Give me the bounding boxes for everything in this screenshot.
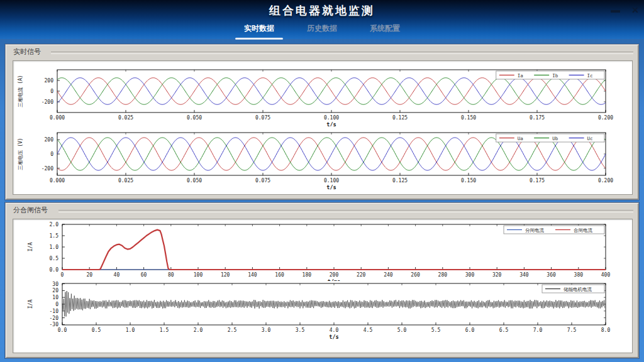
x-tick-label: 3.5	[296, 327, 305, 333]
x-tick-label: 4.0	[330, 327, 339, 333]
x-axis-label: t/s	[329, 334, 338, 340]
tab-label: 系统配置	[370, 24, 400, 33]
x-tick-label: 0.075	[255, 178, 270, 184]
tab-label: 实时数据	[244, 24, 274, 33]
series-合闸电流	[62, 230, 606, 270]
x-axis-label: t/s	[326, 184, 336, 190]
legend-label: Ib	[552, 73, 558, 79]
series-储能电机电流	[62, 291, 605, 317]
panel-switching-signal: 分合闸信号 0204060801001201401601802002202402…	[5, 202, 639, 358]
x-tick-label: 60	[141, 272, 147, 278]
close-icon[interactable]: ✕	[631, 6, 639, 14]
legend-label: Ia	[518, 73, 523, 79]
x-tick-label: 240	[384, 272, 393, 278]
panel-title-rule	[51, 52, 633, 54]
title-bar: 组合电器就地监测 ✕ 实时数据 历史数据 系统配置	[0, 0, 644, 39]
x-tick-label: 0.000	[50, 178, 65, 184]
y-tick-label: 2.0	[50, 222, 59, 228]
y-tick-label: 200	[45, 78, 54, 84]
app-window: 组合电器就地监测 ✕ 实时数据 历史数据 系统配置 实时信号 0.0000.02…	[0, 0, 644, 362]
switch-coil-current-svg: 0204060801001201401601802002202402602803…	[13, 219, 632, 281]
x-tick-label: 0.0	[58, 327, 67, 333]
y-tick-label: 0	[50, 151, 53, 157]
x-tick-label: 80	[168, 272, 174, 278]
y-tick-label: -30	[50, 322, 59, 327]
y-axis-label: I/A	[28, 300, 33, 309]
x-tick-label: 7.5	[567, 327, 577, 333]
page-title: 组合电器就地监测	[0, 3, 644, 18]
x-tick-label: 2.0	[194, 327, 203, 333]
x-tick-label: 0.200	[598, 115, 613, 121]
x-tick-label: 0.150	[461, 115, 476, 121]
x-tick-label: 260	[411, 272, 420, 278]
x-tick-label: 0.100	[324, 178, 339, 184]
chart-three-phase-voltage: 0.0000.0250.0500.0750.1000.1250.1500.175…	[13, 126, 632, 194]
x-tick-label: 280	[438, 272, 448, 278]
realtime-signal-plot-area: 0.0000.0250.0500.0750.1000.1250.1500.175…	[13, 60, 633, 195]
y-tick-label: -20	[50, 315, 59, 321]
x-tick-label: 400	[601, 272, 611, 278]
x-tick-label: 3.0	[262, 327, 271, 333]
x-tick-label: 1.5	[160, 327, 169, 333]
legend-label: 合闸电流	[574, 228, 593, 233]
x-tick-label: 0.125	[392, 115, 408, 121]
switching-signal-plot-area: 0204060801001201401601802002202402602803…	[13, 219, 633, 353]
x-tick-label: 5.0	[397, 327, 407, 333]
tab-system-config[interactable]: 系统配置	[365, 21, 405, 38]
x-tick-label: 0	[61, 272, 64, 278]
three-phase-voltage-svg: 0.0000.0250.0500.0750.1000.1250.1500.175…	[13, 126, 632, 194]
x-tick-label: 4.5	[364, 327, 373, 333]
y-tick-label: 0	[55, 302, 58, 307]
y-tick-label: 30	[52, 282, 58, 287]
y-axis-label: I/A	[28, 243, 33, 252]
tab-history-data[interactable]: 历史数据	[302, 21, 342, 38]
x-tick-label: 140	[248, 272, 257, 278]
y-tick-label: -10	[50, 309, 59, 314]
minimize-icon[interactable]	[611, 10, 620, 13]
legend-label: Uc	[587, 136, 593, 141]
y-tick-label: 10	[52, 295, 58, 300]
legend-label: Ua	[518, 136, 523, 141]
x-tick-label: 0.075	[255, 115, 270, 121]
x-tick-label: 380	[574, 272, 584, 278]
x-tick-label: 0.175	[530, 115, 545, 121]
motor-current-svg: 0.00.51.01.52.02.53.03.54.04.55.05.56.06…	[13, 281, 632, 353]
x-tick-label: 6.5	[499, 327, 509, 333]
y-tick-label: 200	[45, 137, 54, 143]
y-tick-label: 1.0	[50, 244, 59, 250]
x-tick-label: 200	[330, 272, 339, 278]
x-tick-label: 6.0	[465, 327, 475, 333]
y-tick-label: 1.5	[50, 233, 59, 239]
x-tick-label: 0.125	[392, 178, 408, 184]
axes-box	[62, 283, 606, 325]
x-tick-label: 220	[357, 272, 366, 278]
tab-realtime-data[interactable]: 实时数据	[239, 21, 279, 38]
active-tab-underline	[235, 38, 283, 40]
y-tick-label: 0.0	[50, 267, 59, 273]
y-tick-label: 0	[50, 89, 53, 94]
y-tick-label: -200	[42, 99, 53, 105]
legend-label: 储能电机电流	[564, 287, 592, 292]
series-Ia	[57, 78, 606, 105]
x-tick-label: 100	[194, 272, 203, 278]
x-tick-label: 0.150	[461, 178, 476, 184]
x-tick-label: 320	[492, 272, 502, 278]
legend-label: Ub	[552, 136, 558, 141]
x-tick-label: 0.175	[530, 178, 545, 184]
x-tick-label: 2.5	[228, 327, 237, 333]
x-tick-label: 340	[519, 272, 529, 278]
x-tick-label: 300	[465, 272, 475, 278]
panel-title-rule	[58, 210, 633, 212]
x-tick-label: 5.5	[431, 327, 441, 333]
x-tick-label: 0.025	[118, 115, 133, 121]
x-tick-label: 0.050	[187, 178, 202, 184]
chart-motor-current: 0.00.51.01.52.02.53.03.54.04.55.05.56.06…	[13, 281, 632, 353]
y-tick-label: -200	[42, 166, 53, 172]
tab-bar: 实时数据 历史数据 系统配置	[0, 21, 644, 38]
x-tick-label: 8.0	[601, 327, 611, 333]
panel-realtime-signal: 实时信号 0.0000.0250.0500.0750.1000.1250.150…	[5, 44, 639, 200]
series-Uc	[57, 138, 606, 170]
chart-three-phase-current: 0.0000.0250.0500.0750.1000.1250.1500.175…	[13, 61, 632, 126]
chart-switch-coil-current: 0204060801001201401601802002202402602803…	[13, 219, 632, 281]
x-tick-label: 0.200	[598, 178, 613, 184]
